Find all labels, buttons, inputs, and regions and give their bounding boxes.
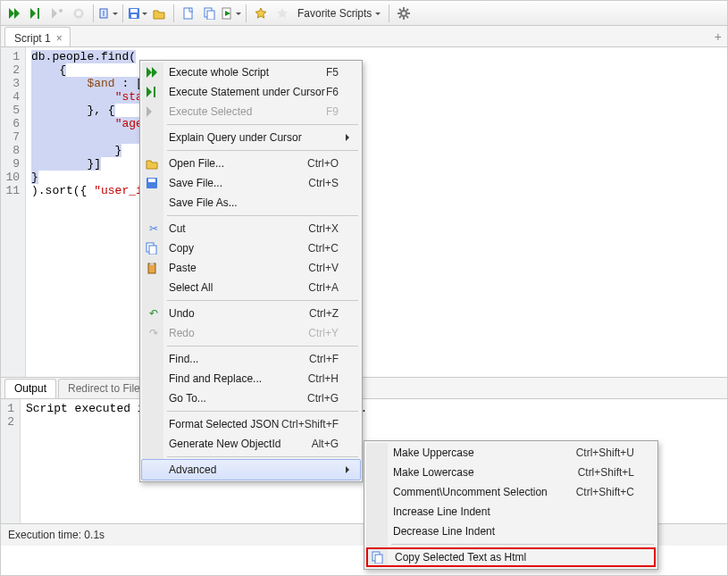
svg-point-1 [59, 9, 63, 13]
svg-rect-21 [375, 555, 382, 563]
star-add-icon[interactable] [251, 4, 271, 23]
star-icon [272, 4, 292, 23]
menu-copy-html[interactable]: Copy Selected Text as Html [366, 547, 656, 567]
toolbar: Favorite Scripts [1, 1, 727, 26]
menu-find[interactable]: Find...Ctrl+F [142, 349, 360, 369]
save-icon[interactable] [128, 4, 147, 23]
run-icon[interactable] [4, 4, 24, 23]
copy-script-icon[interactable] [200, 4, 220, 23]
gear-icon[interactable] [394, 4, 414, 23]
svg-rect-13 [154, 87, 155, 97]
menu-advanced[interactable]: Advanced [141, 459, 361, 480]
new-script-icon[interactable] [179, 4, 198, 23]
menu-comment[interactable]: Comment\Uncomment SelectionCtrl+Shift+C [366, 482, 656, 502]
menu-indent-dec[interactable]: Decrease Line Indent [366, 522, 656, 541]
menu-saveas[interactable]: Save File As... [142, 193, 360, 213]
context-menu: Execute whole ScriptF5 Execute Statement… [139, 60, 363, 482]
menu-goto[interactable]: Go To...Ctrl+G [142, 388, 360, 408]
svg-point-12 [401, 11, 406, 16]
menu-exec-stmt[interactable]: Execute Statement under CursorF6 [142, 82, 360, 102]
menu-copy[interactable]: CopyCtrl+C [142, 238, 360, 258]
code-editor[interactable]: 1234567891011 db.people.find( { $and : [… [1, 47, 727, 378]
output-gutter: 12 [1, 399, 21, 523]
menu-lowercase[interactable]: Make LowercaseCtrl+Shift+L [366, 463, 656, 482]
favorite-scripts-dropdown[interactable]: Favorite Scripts [294, 7, 384, 20]
tab-output[interactable]: Output [4, 379, 56, 398]
menu-genobjectid[interactable]: Generate New ObjectIdAlt+G [142, 434, 360, 454]
menu-redo: ↷RedoCtrl+Y [142, 323, 360, 343]
run-selection-icon [47, 4, 67, 23]
svg-rect-15 [148, 179, 155, 182]
menu-selectall[interactable]: Select AllCtrl+A [142, 278, 360, 297]
menu-exec-sel: Execute SelectedF9 [142, 102, 360, 121]
tab-redirect[interactable]: Redirect to File [58, 379, 150, 398]
menu-cut[interactable]: ✂CutCtrl+X [142, 219, 360, 238]
status-text: Execution time: 0.1s [8, 529, 105, 541]
close-icon[interactable]: × [56, 33, 63, 44]
editor-tab[interactable]: Script 1 × [4, 27, 71, 46]
output-tabstrip: Output Redirect to File [1, 378, 727, 399]
svg-rect-17 [149, 246, 156, 255]
menu-uppercase[interactable]: Make UppercaseCtrl+Shift+U [366, 443, 656, 463]
new-tab-icon[interactable]: + [715, 29, 722, 44]
svg-rect-0 [38, 8, 39, 19]
svg-rect-6 [130, 9, 138, 13]
menu-explain[interactable]: Explain Query under Cursor [142, 128, 360, 147]
menu-open[interactable]: Open File...Ctrl+O [142, 154, 360, 173]
editor-tabstrip: Script 1 × + [1, 26, 727, 47]
run-step-icon[interactable] [26, 4, 46, 23]
favorite-scripts-label: Favorite Scripts [297, 7, 372, 20]
open-folder-icon[interactable] [149, 4, 169, 23]
line-gutter: 1234567891011 [1, 47, 26, 377]
menu-exec-whole[interactable]: Execute whole ScriptF5 [142, 63, 360, 82]
menu-formatjson[interactable]: Format Selected JSONCtrl+Shift+F [142, 414, 360, 434]
svg-rect-7 [131, 14, 137, 18]
stop-icon [69, 4, 88, 23]
tab-title: Script 1 [14, 32, 51, 45]
menu-findreplace[interactable]: Find and Replace...Ctrl+H [142, 369, 360, 388]
menu-paste[interactable]: PasteCtrl+V [142, 258, 360, 278]
menu-save[interactable]: Save File...Ctrl+S [142, 173, 360, 193]
code-area[interactable]: db.people.find( { $and : [{ "status" : "… [26, 47, 727, 377]
menu-undo[interactable]: ↶UndoCtrl+Z [142, 304, 360, 323]
svg-rect-3 [77, 11, 81, 15]
svg-rect-19 [150, 263, 154, 265]
menu-indent-inc[interactable]: Increase Line Indent [366, 502, 656, 522]
svg-rect-10 [207, 11, 214, 20]
svg-rect-8 [184, 8, 192, 19]
submenu-advanced: Make UppercaseCtrl+Shift+U Make Lowercas… [364, 440, 658, 570]
run-script-icon[interactable] [222, 4, 241, 23]
explain-icon[interactable] [98, 4, 118, 23]
